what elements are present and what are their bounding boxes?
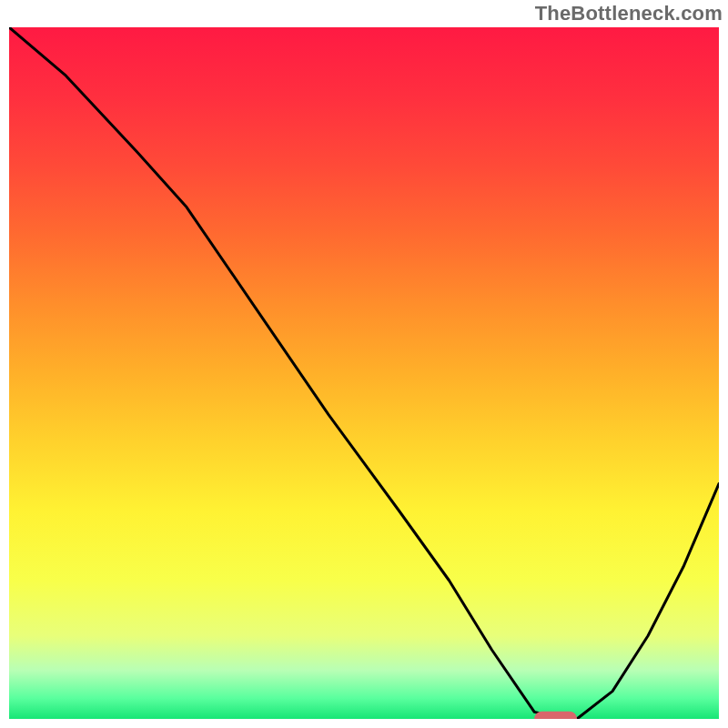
- chart-background-gradient: [9, 27, 719, 719]
- chart-plot-area: [9, 27, 719, 719]
- chart-container: TheBottleneck.com: [0, 0, 728, 728]
- optimum-marker: [534, 712, 577, 719]
- watermark-text: TheBottleneck.com: [535, 2, 723, 25]
- chart-svg: [9, 27, 719, 719]
